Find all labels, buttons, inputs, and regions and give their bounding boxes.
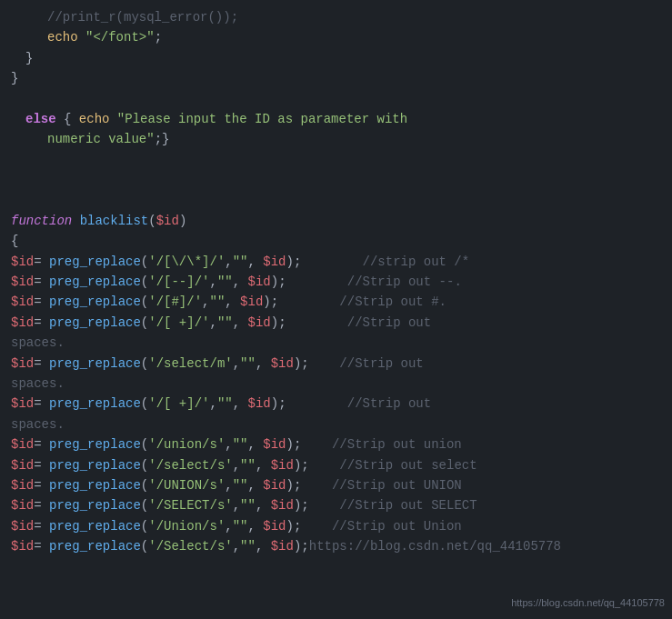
token-plain xyxy=(78,27,85,47)
token-fn-name: blacklist xyxy=(80,211,149,231)
token-watermark: https://blog.csdn.net/qq_44105778 xyxy=(309,536,561,556)
token-str: '/select/s' xyxy=(148,455,232,475)
token-plain: , xyxy=(225,252,232,272)
token-var: $id xyxy=(271,455,294,475)
token-comment: //Strip out xyxy=(286,313,432,333)
token-fn-name: preg_replace xyxy=(49,292,141,312)
token-plain: ); xyxy=(286,516,302,536)
token-str: '/[ +]/' xyxy=(148,394,209,414)
token-plain: } xyxy=(11,68,18,88)
token-plain xyxy=(72,211,79,231)
token-var: $id xyxy=(263,252,286,272)
token-comment: //Strip out SELECT xyxy=(309,495,477,515)
token-plain: ); xyxy=(286,252,302,272)
code-line: else { echo "Please input the ID as para… xyxy=(0,109,672,129)
token-var: $id xyxy=(263,516,286,536)
token-var: $id xyxy=(11,475,34,495)
token-var: $id xyxy=(156,211,179,231)
code-content: //print_r(mysql_error());echo "</font>";… xyxy=(0,7,672,557)
token-plain: ); xyxy=(294,455,309,475)
token-str: numeric value" xyxy=(47,129,155,149)
code-line: spaces. xyxy=(0,374,672,394)
token-plain: = xyxy=(34,272,49,292)
token-fn-name: preg_replace xyxy=(49,495,141,515)
token-str: "Please input the ID as parameter with xyxy=(117,109,407,129)
token-str: "" xyxy=(217,394,233,414)
token-plain: , xyxy=(233,536,240,556)
token-plain: ); xyxy=(286,434,302,454)
token-plain: ( xyxy=(141,475,148,495)
token-str: "" xyxy=(217,313,233,333)
token-plain: , xyxy=(233,272,248,292)
token-plain: ) xyxy=(179,211,186,231)
token-plain: = xyxy=(34,313,49,333)
token-var: $id xyxy=(240,292,263,312)
code-line xyxy=(0,170,672,190)
code-line: $id= preg_replace('/UNION/s',"", $id); /… xyxy=(0,475,672,495)
token-plain: = xyxy=(34,475,49,495)
code-line: $id= preg_replace('/[\/\*]/',"", $id); /… xyxy=(0,252,672,272)
token-plain: , xyxy=(209,272,216,292)
token-var: $id xyxy=(263,475,286,495)
token-str: "" xyxy=(240,495,256,515)
token-comment: spaces. xyxy=(11,333,65,353)
token-plain: ); xyxy=(286,475,302,495)
token-comment: //Strip out xyxy=(309,354,424,374)
token-kw-else: else xyxy=(25,109,56,129)
token-plain: , xyxy=(233,354,240,374)
token-plain: = xyxy=(34,455,49,475)
token-plain: , xyxy=(225,292,240,312)
token-str: "" xyxy=(209,292,225,312)
token-plain: ( xyxy=(141,252,148,272)
token-plain: = xyxy=(34,495,49,515)
token-plain: ); xyxy=(294,536,309,556)
token-str: "" xyxy=(233,516,248,536)
token-fn-name: preg_replace xyxy=(49,313,141,333)
token-var: $id xyxy=(11,455,34,475)
token-comment: //Strip out --. xyxy=(286,272,462,292)
token-fn-name: preg_replace xyxy=(49,455,141,475)
token-str: '/select/m' xyxy=(148,354,232,374)
token-plain: ); xyxy=(271,394,286,414)
token-plain: } xyxy=(25,48,33,68)
token-plain: , xyxy=(256,455,271,475)
token-str: '/[\/\*]/' xyxy=(148,252,225,272)
token-plain: , xyxy=(225,475,232,495)
code-line: spaces. xyxy=(0,414,672,434)
token-fn-name: preg_replace xyxy=(49,394,141,414)
token-plain: ( xyxy=(141,495,148,515)
token-plain: = xyxy=(34,394,49,414)
token-var: $id xyxy=(248,313,271,333)
token-plain: ( xyxy=(141,292,148,312)
token-str: '/Union/s' xyxy=(148,516,225,536)
token-plain: ( xyxy=(141,272,148,292)
token-var: $id xyxy=(11,536,34,556)
token-var: $id xyxy=(11,516,34,536)
token-fn-name: preg_replace xyxy=(49,252,141,272)
token-str: "" xyxy=(233,252,248,272)
token-comment: //Strip out select xyxy=(309,455,477,475)
token-kw-function: function xyxy=(11,211,72,231)
token-fn-name: preg_replace xyxy=(49,536,141,556)
code-line: $id= preg_replace('/Select/s',"", $id);h… xyxy=(0,536,672,556)
token-var: $id xyxy=(11,354,34,374)
token-plain: , xyxy=(248,434,264,454)
token-plain: ( xyxy=(141,313,148,333)
code-line: $id= preg_replace('/select/m',"", $id); … xyxy=(0,354,672,374)
token-plain: , xyxy=(202,292,209,312)
token-plain: ( xyxy=(141,394,148,414)
code-line: $id= preg_replace('/[ +]/',"", $id); //S… xyxy=(0,394,672,414)
token-var: $id xyxy=(248,394,271,414)
token-str: '/UNION/s' xyxy=(148,475,225,495)
code-line: echo "</font>"; xyxy=(0,27,672,47)
token-str: "" xyxy=(240,354,256,374)
code-line: $id= preg_replace('/select/s',"", $id); … xyxy=(0,455,672,475)
code-line xyxy=(0,89,672,109)
code-line: } xyxy=(0,68,672,88)
token-plain: { xyxy=(11,231,18,251)
token-plain: ; xyxy=(155,27,162,47)
token-fn-name: preg_replace xyxy=(49,272,141,292)
token-str: '/[--]/' xyxy=(148,272,209,292)
token-str: '/[ +]/' xyxy=(148,313,209,333)
token-plain: ( xyxy=(141,354,148,374)
